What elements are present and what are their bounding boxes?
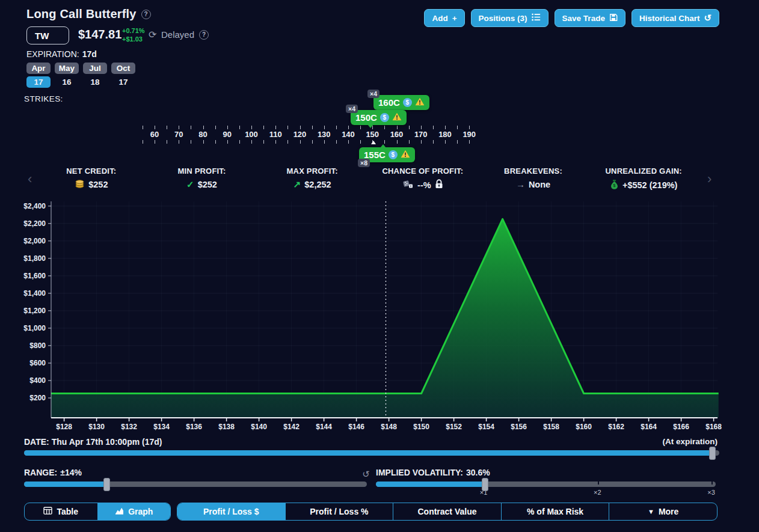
save-trade-button[interactable]: Save Trade	[555, 9, 625, 27]
ruler-tick	[167, 140, 167, 144]
ruler-tick	[143, 140, 143, 144]
ruler-tick	[384, 140, 385, 144]
expiry-day-jul[interactable]: 18	[83, 76, 107, 88]
tab-contract-value[interactable]: Contract Value	[393, 503, 501, 520]
history-icon: ↺	[704, 13, 711, 23]
svg-text:$142: $142	[283, 423, 300, 431]
stat-value-text: None	[529, 180, 550, 189]
tab-label: More	[659, 507, 678, 516]
stat-breakevens: BREAKEVENS:→None	[478, 167, 589, 191]
tab-more[interactable]: ▼More	[609, 503, 717, 520]
iv-slider[interactable]	[376, 482, 716, 487]
stats-scroll-right-icon[interactable]: ›	[707, 171, 711, 187]
stat-value-text: $2,252	[304, 180, 331, 189]
expiration-caption: EXPIRATION:	[26, 49, 79, 59]
ticker-input[interactable]: TW	[26, 26, 69, 44]
svg-text:$134: $134	[153, 423, 170, 431]
expiry-day-oct[interactable]: 17	[111, 76, 135, 88]
ruler-tick	[336, 126, 337, 129]
tab-table[interactable]: Table	[25, 503, 97, 520]
refresh-icon[interactable]: ⟳	[149, 29, 156, 40]
historical-chart-button[interactable]: Historical Chart ↺	[631, 9, 719, 27]
ruler-tick	[203, 126, 204, 129]
month-chip-apr[interactable]: Apr	[26, 63, 51, 74]
tab-profit-loss-%[interactable]: Profit / Loss %	[285, 503, 393, 520]
svg-text:$1,000: $1,000	[23, 324, 46, 332]
strategy-builder-app: Long Call Butterfly ? Add + Positions (3…	[0, 0, 759, 532]
svg-text:$132: $132	[121, 423, 137, 431]
ruler-label-120: 120	[288, 130, 312, 139]
date-slider[interactable]	[24, 450, 719, 456]
ruler-tick	[251, 140, 252, 144]
tab-label: % of Max Risk	[527, 507, 583, 516]
arrow-up-right-icon: ↗	[293, 179, 301, 190]
positions-button[interactable]: Positions (3)	[471, 9, 549, 27]
ruler-tick	[215, 126, 216, 129]
delayed-help-icon[interactable]: ?	[199, 30, 209, 40]
dice-icon	[402, 179, 414, 191]
iv-slider-handle[interactable]	[482, 478, 488, 491]
svg-text:$600: $600	[29, 359, 46, 367]
date-slider-handle[interactable]	[709, 447, 716, 460]
tab-profit-loss-$[interactable]: Profit / Loss $	[177, 503, 285, 520]
strike-tag-160c[interactable]: 160C$	[373, 95, 429, 110]
range-slider[interactable]	[24, 482, 367, 487]
at-expiration-note: (At expiration)	[662, 437, 718, 446]
qty-badge-150c: ×4	[346, 105, 358, 113]
strike-tag-160c-label: 160C	[378, 97, 400, 108]
add-button[interactable]: Add +	[424, 9, 464, 27]
tab-graph[interactable]: Graph	[97, 503, 171, 520]
ruler-label-170: 170	[409, 130, 433, 139]
ruler-tick	[300, 126, 301, 129]
ruler-tick	[227, 126, 228, 129]
historical-chart-label: Historical Chart	[639, 14, 700, 23]
svg-text:$1,200: $1,200	[23, 307, 46, 315]
svg-text:$2,200: $2,200	[23, 219, 46, 228]
ruler-tick	[215, 140, 216, 144]
svg-text:$146: $146	[348, 423, 364, 431]
ruler-tick	[457, 126, 458, 129]
ruler-tick	[469, 126, 470, 129]
stat-value: $+$552 (219%)	[588, 179, 699, 191]
tab-label: Contract Value	[417, 507, 476, 516]
svg-text:$150: $150	[413, 423, 429, 431]
price-change-percent: +0.71%	[122, 27, 145, 35]
month-chip-jul[interactable]: Jul	[83, 63, 107, 74]
price-marker-up-icon	[371, 141, 376, 144]
save-trade-label: Save Trade	[562, 14, 605, 23]
iv-mark-tick	[598, 482, 599, 485]
ruler-tick	[409, 126, 410, 129]
tab-%-of-max-risk[interactable]: % of Max Risk	[501, 503, 609, 520]
dollar-icon: $	[380, 113, 389, 122]
month-chip-oct[interactable]: Oct	[111, 63, 135, 74]
svg-text:$158: $158	[543, 423, 559, 431]
ruler-tick	[421, 126, 422, 129]
svg-text:$164: $164	[641, 423, 657, 431]
iv-reset-icon[interactable]: ↺	[361, 469, 371, 479]
range-slider-handle[interactable]	[103, 478, 110, 491]
strike-tag-150c[interactable]: 150C$	[351, 110, 407, 125]
ruler-tick	[348, 140, 349, 144]
svg-text:$160: $160	[576, 423, 592, 431]
svg-text:$400: $400	[29, 376, 46, 385]
save-icon	[609, 13, 618, 23]
strikes-ruler[interactable]: 6070809010011012013014015016017018019016…	[0, 87, 759, 168]
ruler-tick	[155, 140, 155, 144]
svg-text:$156: $156	[511, 423, 527, 431]
strategy-help-icon[interactable]: ?	[141, 10, 151, 19]
payoff-chart: $200$400$600$800$1,000$1,200$1,400$1,600…	[0, 197, 759, 433]
ruler-tick	[179, 140, 179, 144]
month-chip-may[interactable]: May	[55, 63, 79, 74]
ruler-label-130: 130	[312, 130, 336, 139]
ruler-label-180: 180	[433, 130, 457, 139]
money-bag-icon: $	[610, 179, 619, 191]
stats-scroll-left-icon[interactable]: ‹	[28, 171, 32, 187]
expiry-day-apr[interactable]: 17	[26, 76, 51, 88]
svg-text:$152: $152	[446, 423, 462, 431]
dollar-icon: $	[403, 98, 412, 107]
svg-text:$154: $154	[478, 423, 494, 431]
qty-badge-155c: ×8	[358, 159, 370, 167]
stat-value-text: $252	[88, 180, 108, 189]
positions-button-label: Positions (3)	[479, 14, 527, 23]
expiry-day-may[interactable]: 16	[55, 76, 79, 88]
